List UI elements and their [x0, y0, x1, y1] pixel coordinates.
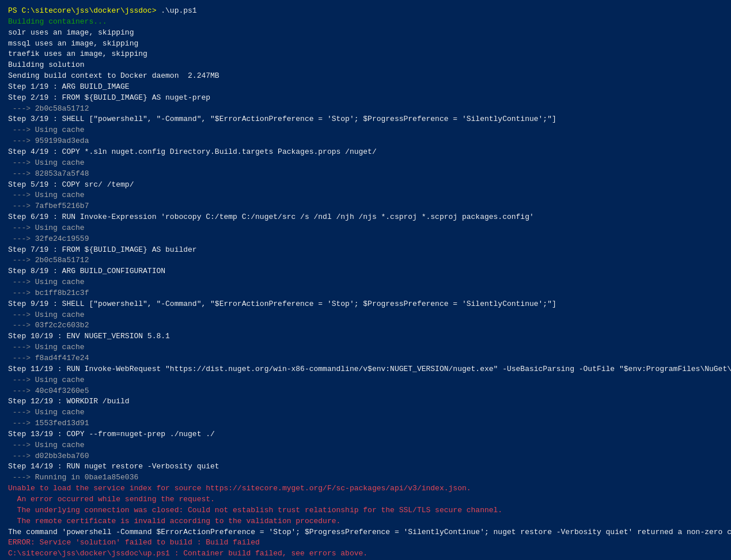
terminal-line: ---> Using cache [8, 190, 723, 201]
terminal-line: C:\sitecore\jss\docker\jssdoc\up.ps1 : C… [8, 548, 723, 559]
terminal-line: ---> Using cache [8, 125, 723, 136]
terminal-line: Building solution [8, 60, 723, 71]
terminal-line: mssql uses an image, skipping [8, 39, 723, 50]
terminal-line: Step 4/19 : COPY *.sln nuget.config Dire… [8, 147, 723, 158]
terminal-line: ---> 03f2c2c603b2 [8, 320, 723, 331]
terminal-line: Step 13/19 : COPY --from=nuget-prep ./nu… [8, 429, 723, 440]
terminal-line: ---> Running in 0bae1a85e036 [8, 472, 723, 483]
terminal-line: ---> 2b0c58a51712 [8, 104, 723, 115]
terminal-line: Step 2/19 : FROM ${BUILD_IMAGE} AS nuget… [8, 93, 723, 104]
terminal-line: Step 14/19 : RUN nuget restore -Verbosit… [8, 461, 723, 472]
terminal-line: The command 'powershell -Command $ErrorA… [8, 527, 723, 538]
terminal-line: ---> Using cache [8, 310, 723, 321]
terminal-line: Sending build context to Docker daemon 2… [8, 71, 723, 82]
terminal-line: ---> 2b0c58a51712 [8, 255, 723, 266]
terminal-line: Step 11/19 : RUN Invoke-WebRequest "http… [8, 364, 723, 375]
terminal-line: An error occurred while sending the requ… [8, 494, 723, 505]
terminal-line: The underlying connection was closed: Co… [8, 505, 723, 516]
terminal-line: ---> 82853a7a5f48 [8, 169, 723, 180]
terminal-line: ---> Using cache [8, 375, 723, 386]
terminal-line: ---> Using cache [8, 407, 723, 418]
terminal-line: Step 5/19 : COPY src/ /temp/ [8, 180, 723, 191]
terminal-line: traefik uses an image, skipping [8, 49, 723, 60]
terminal-line: PS C:\sitecore\jss\docker\jssdoc> .\up.p… [8, 6, 723, 17]
terminal-line: Step 3/19 : SHELL ["powershell", "-Comma… [8, 114, 723, 125]
terminal-line: ---> Using cache [8, 158, 723, 169]
terminal-line: ---> 959199ad3eda [8, 136, 723, 147]
terminal-line: ---> Using cache [8, 342, 723, 353]
terminal-line: Step 1/19 : ARG BUILD_IMAGE [8, 82, 723, 93]
terminal-line: Unable to load the service index for sou… [8, 483, 723, 494]
terminal-line: ---> d02bb3eba760 [8, 451, 723, 462]
terminal-line: ---> f8ad4f417e24 [8, 353, 723, 364]
terminal-line: ---> Using cache [8, 440, 723, 451]
terminal-line: ---> 32fe24c19559 [8, 234, 723, 245]
terminal-line: ---> Using cache [8, 223, 723, 234]
terminal-line: Step 9/19 : SHELL ["powershell", "-Comma… [8, 299, 723, 310]
terminal-line: Step 12/19 : WORKDIR /build [8, 396, 723, 407]
terminal-line: ---> 40c04f3260e5 [8, 386, 723, 397]
terminal-line: ---> Using cache [8, 277, 723, 288]
terminal-line: ---> bc1ff8b21c3f [8, 288, 723, 299]
terminal-line: Step 6/19 : RUN Invoke-Expression 'roboc… [8, 212, 723, 223]
terminal-line: ---> 7afbef5216b7 [8, 201, 723, 212]
terminal-line: Building containers... [8, 17, 723, 28]
terminal-line: ---> 1553fed13d91 [8, 418, 723, 429]
terminal-line: Step 7/19 : FROM ${BUILD_IMAGE} AS build… [8, 245, 723, 256]
terminal-line: Step 8/19 : ARG BUILD_CONFIGURATION [8, 266, 723, 277]
terminal-line: Step 10/19 : ENV NUGET_VERSION 5.8.1 [8, 331, 723, 342]
terminal-line: The remote certificate is invalid accord… [8, 516, 723, 527]
terminal-window: PS C:\sitecore\jss\docker\jssdoc> .\up.p… [8, 6, 723, 560]
terminal-line: ERROR: Service 'solution' failed to buil… [8, 538, 723, 548]
terminal-line: solr uses an image, skipping [8, 28, 723, 39]
